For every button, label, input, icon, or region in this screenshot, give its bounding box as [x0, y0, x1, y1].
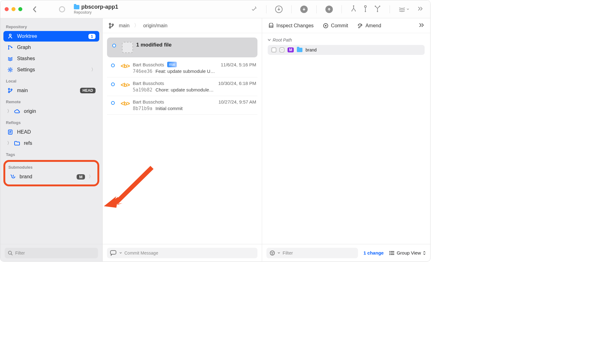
tab-commit[interactable]: Commit	[323, 23, 348, 29]
stash-menu-button[interactable]	[399, 7, 409, 12]
svg-point-13	[8, 88, 10, 90]
commit-row[interactable]: <b> Bart Busschots mai 11/6/24, 5:16 PM …	[107, 59, 257, 78]
chevrons-right-icon	[418, 7, 423, 11]
disclosure-icon[interactable]: 〉	[7, 140, 11, 146]
window-controls	[5, 7, 22, 11]
breadcrumb-remote[interactable]: origin/main	[143, 23, 168, 29]
folder-outline-icon	[14, 141, 20, 145]
sidebar-item-worktree[interactable]: Worktree 1	[3, 31, 99, 42]
disclosure-icon[interactable]: 〉	[7, 109, 11, 114]
commit-row[interactable]: <b> Bart Busschots 10/27/24, 9:57 AM 8b7…	[107, 96, 257, 115]
sidebar-item-label: Worktree	[17, 33, 85, 39]
sidebar-item-reflog-refs[interactable]: 〉 refs	[3, 138, 99, 149]
zoom-window-button[interactable]	[18, 7, 22, 11]
sidebar-item-label: refs	[24, 140, 96, 146]
commit-message-input[interactable]: Commit Message	[107, 248, 257, 258]
svg-point-5	[375, 6, 376, 7]
sidebar-item-submodule-brand[interactable]: brand M 〉	[6, 171, 97, 182]
breadcrumb-branch[interactable]: main	[119, 23, 130, 29]
section-submodules: Submodules	[6, 164, 97, 171]
commit-message: Feat: update submodule U…	[155, 69, 215, 74]
tab-label: Amend	[365, 23, 381, 29]
stage-checkbox[interactable]	[271, 47, 276, 52]
branch-split-icon	[374, 5, 381, 12]
stashes-icon	[7, 56, 13, 61]
tree-root-toggle[interactable]: Root Path	[268, 38, 425, 42]
graph-node-icon	[111, 64, 115, 67]
svg-point-2	[353, 5, 354, 7]
worktree-row[interactable]: 1 modified file	[107, 38, 257, 57]
partial-stage-indicator	[279, 47, 284, 52]
push-button[interactable]	[325, 6, 333, 13]
svg-point-25	[325, 25, 327, 26]
close-window-button[interactable]	[5, 7, 9, 11]
center-footer: Commit Message	[103, 244, 262, 261]
magic-button[interactable]	[251, 5, 257, 13]
change-count[interactable]: 1 change	[364, 250, 384, 255]
branch-button[interactable]	[374, 5, 381, 13]
group-view-label: Group View	[397, 250, 421, 255]
chevron-right-icon: 〉	[89, 174, 93, 180]
sidebar-item-graph[interactable]: Graph	[3, 42, 99, 53]
commit-sha: 8b71b9a	[133, 106, 152, 111]
svg-point-1	[256, 8, 257, 8]
tab-label: Commit	[331, 23, 348, 29]
sidebar-item-remote-origin[interactable]: 〉 origin	[3, 106, 99, 117]
chevron-left-icon	[32, 6, 37, 13]
change-entry[interactable]: M brand	[268, 45, 425, 55]
svg-point-3	[364, 6, 366, 7]
section-local: Local	[3, 76, 99, 85]
diff-thumb-icon	[122, 42, 133, 53]
status-badge: M	[288, 47, 294, 52]
graph-node-icon	[111, 82, 115, 86]
branch-icon	[108, 23, 114, 29]
sidebar-filter-input[interactable]: Filter	[5, 248, 98, 258]
fetch-button[interactable]	[275, 6, 283, 13]
worktree-badge: 1	[88, 34, 96, 39]
filter-menu-icon	[270, 250, 275, 256]
overflow-button[interactable]	[418, 7, 423, 12]
commit-author: Bart Busschots	[133, 62, 164, 67]
svg-point-17	[8, 251, 11, 254]
commit-row[interactable]: <b> Bart Busschots 10/30/24, 6:18 PM 5a1…	[107, 78, 257, 96]
chevron-down-icon	[278, 252, 280, 254]
commit-sha: 746ee36	[133, 69, 152, 74]
sidebar-item-label: main	[17, 88, 76, 93]
commit-avatar-icon: <b>	[121, 63, 130, 69]
repo-subtitle: Repository	[74, 10, 118, 15]
pull-button[interactable]	[300, 6, 308, 13]
repo-title-block[interactable]: pbscorp-app1 Repository	[74, 4, 118, 15]
branch-icon	[7, 88, 13, 93]
sidebar-item-reflog-head[interactable]: HEAD	[3, 127, 99, 137]
up-down-icon	[423, 251, 426, 255]
svg-point-14	[8, 91, 10, 93]
chevrons-right-icon	[419, 23, 424, 27]
sidebar-item-branch-main[interactable]: main HEAD	[3, 85, 99, 96]
gear-icon	[7, 67, 13, 73]
svg-point-10	[8, 48, 9, 50]
main-split: Repository Worktree 1 Graph	[0, 18, 430, 261]
inspect-icon	[268, 23, 274, 29]
graph-icon	[7, 45, 13, 50]
submodule-icon	[10, 174, 16, 180]
minimize-window-button[interactable]	[11, 7, 16, 11]
inspector-overflow-button[interactable]	[419, 22, 424, 29]
head-badge: HEAD	[80, 88, 96, 93]
svg-point-12	[9, 69, 11, 71]
tab-label: Inspect Changes	[276, 23, 314, 29]
inspector-filter-placeholder: Filter	[283, 250, 293, 255]
filter-placeholder: Filter	[15, 251, 25, 255]
sidebar-item-settings[interactable]: Settings 〉	[3, 64, 99, 75]
folder-icon	[297, 48, 302, 52]
tab-inspect-changes[interactable]: Inspect Changes	[268, 23, 314, 29]
sidebar-item-stashes[interactable]: Stashes	[3, 53, 99, 64]
back-button[interactable]	[31, 6, 38, 13]
tab-amend[interactable]: Amend	[357, 23, 381, 29]
inspector-filter-input[interactable]: Filter	[266, 248, 358, 258]
group-view-toggle[interactable]: Group View	[389, 250, 426, 255]
inspector-footer: Filter 1 change Group View	[262, 244, 430, 261]
root-path-label: Root Path	[273, 38, 292, 42]
rebase-button[interactable]	[364, 5, 367, 13]
merge-button[interactable]	[351, 5, 357, 13]
rebase-icon	[364, 5, 367, 12]
